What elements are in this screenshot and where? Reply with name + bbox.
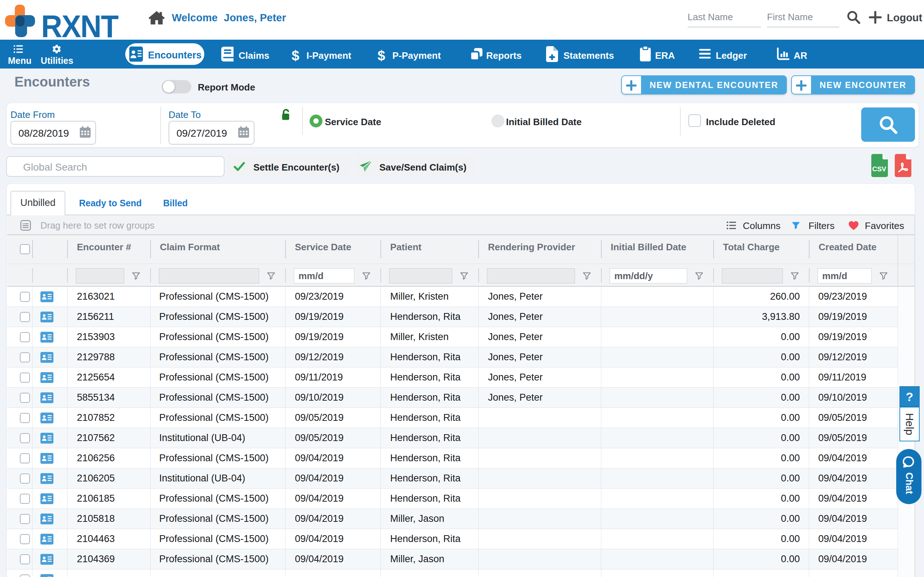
svg-text:CSV: CSV [872, 165, 886, 173]
